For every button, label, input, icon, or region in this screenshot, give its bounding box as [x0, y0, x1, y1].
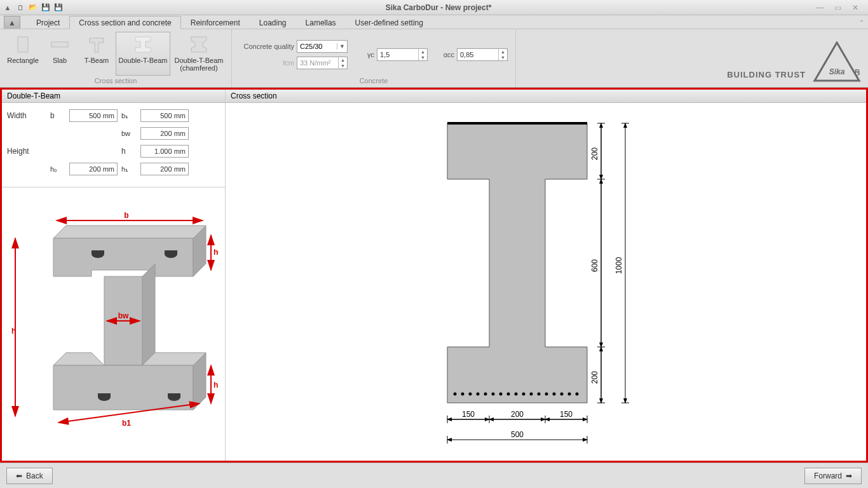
svg-text:150: 150	[462, 410, 475, 419]
tab-lamellas[interactable]: Lamellas	[296, 16, 346, 29]
forward-button[interactable]: Forward ➡	[804, 468, 862, 484]
h-symbol: h	[121, 147, 137, 156]
ribbon-group-cross-section: Rectangle Slab T-Beam Double-T-Beam Doub…	[0, 29, 232, 87]
beam-3d-diagram: b h h0 h1 bw b1	[2, 187, 225, 461]
alpha-cc-spinner[interactable]: 0,85 ▲▼	[457, 48, 508, 61]
ribbon-group-concrete: Concrete quality C25/30 ▼ fcm 33 N/mm² ▲…	[232, 29, 516, 87]
concrete-quality-combo[interactable]: C25/30 ▼	[297, 40, 348, 53]
fcm-label: fcm	[240, 59, 294, 67]
svg-point-37	[454, 392, 457, 395]
tab-reinforcement[interactable]: Reinforcement	[181, 16, 250, 29]
svg-point-49	[545, 392, 548, 395]
svg-text:1000: 1000	[614, 257, 623, 274]
footer-nav: ⬅ Back Forward ➡	[0, 463, 868, 488]
svg-point-48	[538, 392, 541, 395]
fcm-spinner: 33 N/mm² ▲▼	[297, 57, 348, 69]
svg-marker-6	[53, 226, 206, 238]
save-as-icon[interactable]: 💾	[53, 3, 64, 13]
tab-cross-section[interactable]: Cross section and concrete	[69, 16, 180, 29]
svg-text:R: R	[855, 68, 860, 77]
svg-point-41	[484, 392, 487, 395]
tab-user-setting[interactable]: User-defined setting	[346, 16, 433, 29]
brand-tagline: BUILDING TRUST	[727, 70, 806, 79]
shape-rectangle-button[interactable]: Rectangle	[5, 32, 41, 76]
shape-double-t-button[interactable]: Double-T-Beam	[116, 32, 170, 76]
shape-double-t-chamfer-button[interactable]: Double-T-Beam (chamfered)	[172, 32, 226, 76]
svg-rect-21	[98, 393, 111, 397]
svg-text:b1: b1	[121, 419, 130, 428]
svg-marker-13	[53, 365, 193, 410]
maximize-icon[interactable]: ▭	[831, 3, 844, 12]
new-file-icon[interactable]: 🗋	[15, 3, 25, 13]
rectangle-icon	[16, 35, 30, 54]
save-icon[interactable]: 💾	[41, 3, 51, 13]
svg-text:h1: h1	[214, 381, 219, 390]
svg-text:150: 150	[560, 410, 573, 419]
close-icon[interactable]: ✕	[849, 3, 862, 12]
b-symbol: b	[50, 111, 65, 120]
h1-symbol: h₁	[121, 165, 137, 173]
svg-text:h: h	[11, 327, 16, 336]
double-t-chamfer-icon	[189, 35, 208, 54]
shape-tbeam-button[interactable]: T-Beam	[79, 32, 114, 76]
dimension-form: Width b b₁ bw Height h h₀ h₁	[2, 103, 225, 187]
h-input[interactable]	[140, 145, 189, 158]
bw-input[interactable]	[140, 127, 189, 140]
svg-point-43	[499, 392, 503, 395]
svg-point-47	[530, 392, 533, 395]
brand-area: BUILDING TRUST Sika R	[721, 29, 868, 87]
right-panel-title: Cross section	[226, 90, 866, 103]
b-input[interactable]	[69, 109, 118, 122]
svg-text:200: 200	[590, 147, 599, 159]
svg-point-52	[568, 392, 571, 395]
concrete-quality-label: Concrete quality	[240, 43, 294, 50]
b1-input[interactable]	[140, 109, 189, 122]
right-panel: Cross section	[226, 90, 866, 461]
svg-text:bw: bw	[118, 311, 128, 320]
home-tab-icon[interactable]: ▲	[4, 16, 20, 29]
ribbon-caption-cross-section: Cross section	[5, 76, 226, 86]
double-t-icon	[133, 35, 153, 54]
left-panel: Double-T-Beam Width b b₁ bw Height h	[2, 90, 226, 461]
window-title: Sika CarboDur - New project*	[64, 3, 813, 12]
main-content: Double-T-Beam Width b b₁ bw Height h	[0, 88, 868, 463]
svg-marker-10	[142, 264, 155, 365]
svg-point-38	[461, 392, 465, 395]
qat-icons: ▲ 🗋 📂 💾 💾	[3, 3, 64, 13]
svg-point-45	[515, 392, 518, 395]
gamma-c-spinner[interactable]: 1,5 ▲▼	[377, 48, 428, 61]
alpha-cc-label: αcc	[440, 51, 454, 58]
svg-rect-17	[92, 250, 104, 254]
minimize-icon[interactable]: —	[813, 3, 826, 12]
svg-point-42	[492, 392, 495, 395]
open-file-icon[interactable]: 📂	[28, 3, 38, 13]
svg-text:600: 600	[590, 259, 599, 271]
h0-input[interactable]	[69, 163, 118, 175]
svg-text:200: 200	[511, 410, 524, 419]
chevron-down-icon: ▼	[337, 43, 347, 50]
tab-project[interactable]: Project	[27, 16, 69, 29]
collapse-ribbon-icon[interactable]: ˆ	[860, 20, 863, 29]
svg-rect-0	[18, 37, 28, 52]
svg-point-39	[469, 392, 472, 395]
svg-point-40	[477, 392, 480, 395]
b1-symbol: b₁	[121, 112, 137, 120]
window-controls: — ▭ ✕	[813, 3, 865, 12]
h1-input[interactable]	[140, 163, 189, 175]
ribbon: Rectangle Slab T-Beam Double-T-Beam Doub…	[0, 29, 868, 88]
tbeam-icon	[88, 35, 105, 54]
svg-rect-23	[168, 393, 180, 397]
svg-point-50	[553, 392, 556, 395]
svg-point-46	[522, 392, 526, 395]
arrow-left-icon: ⬅	[16, 471, 22, 480]
svg-text:h0: h0	[214, 248, 219, 257]
back-button[interactable]: ⬅ Back	[6, 468, 53, 484]
svg-rect-36	[447, 122, 587, 125]
svg-text:Sika: Sika	[829, 67, 845, 76]
shape-slab-button[interactable]: Slab	[42, 32, 78, 76]
slab-icon	[50, 35, 69, 54]
tab-loading[interactable]: Loading	[250, 16, 296, 29]
app-icon: ▲	[3, 3, 13, 13]
ribbon-caption-concrete: Concrete	[240, 76, 508, 86]
height-label: Height	[7, 147, 46, 156]
